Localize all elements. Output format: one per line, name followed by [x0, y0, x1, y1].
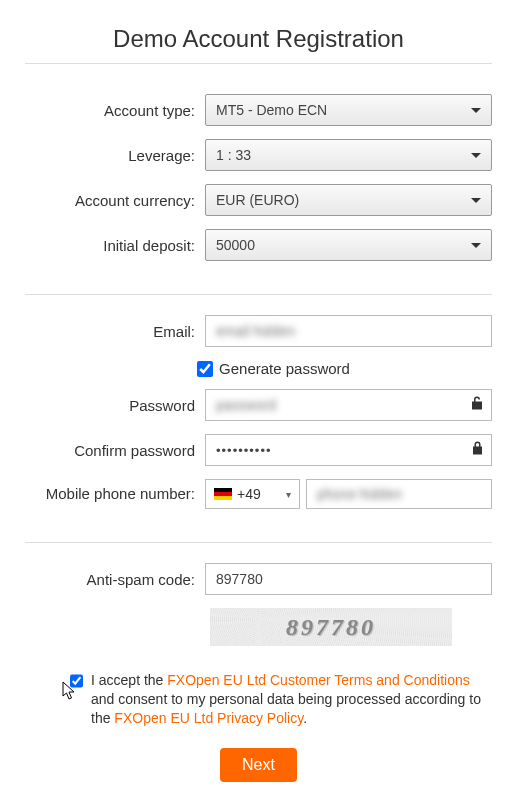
captcha-image: 897780 — [210, 608, 452, 646]
email-label: Email: — [25, 323, 205, 340]
confirm-password-field[interactable]: •••••••••• — [205, 434, 492, 466]
confirm-password-label: Confirm password — [25, 442, 205, 459]
leverage-label: Leverage: — [25, 147, 205, 164]
generate-password-checkbox[interactable] — [197, 361, 213, 377]
captcha-input[interactable] — [205, 563, 492, 595]
terms-link[interactable]: FXOpen EU Ltd Customer Terms and Conditi… — [167, 672, 469, 688]
phone-prefix-value: +49 — [237, 486, 261, 502]
account-type-label: Account type: — [25, 102, 205, 119]
credentials-section: Email: email hidden Generate password Pa… — [25, 315, 492, 543]
account-type-select[interactable]: MT5 - Demo ECN — [205, 94, 492, 126]
next-button[interactable]: Next — [220, 748, 297, 782]
page-title: Demo Account Registration — [25, 0, 492, 64]
consent-checkbox[interactable] — [70, 673, 83, 689]
account-section: Account type: MT5 - Demo ECN Leverage: 1… — [25, 94, 492, 295]
password-field[interactable]: password — [205, 389, 492, 421]
currency-label: Account currency: — [25, 192, 205, 209]
password-label: Password — [25, 397, 205, 414]
chevron-down-icon — [471, 198, 481, 203]
chevron-down-icon: ▾ — [286, 489, 291, 500]
leverage-value: 1 : 33 — [216, 147, 251, 163]
phone-prefix-select[interactable]: +49 ▾ — [205, 479, 300, 509]
currency-select[interactable]: EUR (EURO) — [205, 184, 492, 216]
deposit-value: 50000 — [216, 237, 255, 253]
phone-field[interactable]: phone hidden — [306, 479, 492, 509]
consent-text: I accept the FXOpen EU Ltd Customer Term… — [91, 671, 492, 728]
privacy-link[interactable]: FXOpen EU Ltd Privacy Policy — [114, 710, 303, 726]
captcha-section: Anti-spam code: 897780 — [25, 563, 492, 646]
account-type-value: MT5 - Demo ECN — [216, 102, 327, 118]
chevron-down-icon — [471, 153, 481, 158]
leverage-select[interactable]: 1 : 33 — [205, 139, 492, 171]
currency-value: EUR (EURO) — [216, 192, 299, 208]
deposit-select[interactable]: 50000 — [205, 229, 492, 261]
generate-password-label: Generate password — [219, 360, 350, 377]
anti-spam-label: Anti-spam code: — [25, 571, 205, 588]
email-field[interactable]: email hidden — [205, 315, 492, 347]
consent-row: I accept the FXOpen EU Ltd Customer Term… — [70, 671, 492, 728]
germany-flag-icon — [214, 488, 232, 500]
chevron-down-icon — [471, 108, 481, 113]
chevron-down-icon — [471, 243, 481, 248]
deposit-label: Initial deposit: — [25, 237, 205, 254]
phone-label: Mobile phone number: — [25, 485, 205, 503]
